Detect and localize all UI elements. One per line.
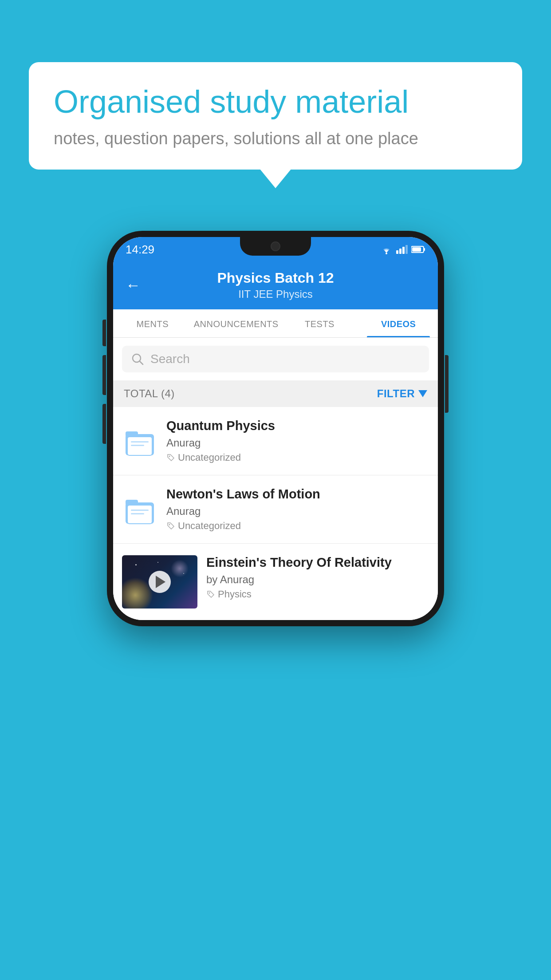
wifi-icon (380, 245, 393, 254)
video-item-tag-label-3: Physics (218, 589, 252, 600)
status-time: 14:29 (126, 243, 154, 257)
signal-bars-icon (396, 245, 408, 254)
orb-decoration-2 (171, 560, 189, 577)
header-title: Physics Batch 12 (150, 270, 401, 286)
video-item-tag-2: Uncategorized (166, 520, 429, 532)
speech-bubble: Organised study material notes, question… (29, 62, 522, 170)
video-item-info-3: Einstein's Theory Of Relativity by Anura… (206, 555, 429, 600)
speech-bubble-container: Organised study material notes, question… (29, 62, 522, 170)
phone-button-left3 (102, 404, 106, 444)
video-item-title-3: Einstein's Theory Of Relativity (206, 555, 429, 570)
video-item-tag-label-2: Uncategorized (178, 520, 241, 532)
phone-screen: 14:29 (113, 237, 438, 620)
tab-ments[interactable]: MENTS (113, 309, 192, 337)
video-list: Quantum Physics Anurag Uncategorized (113, 407, 438, 620)
svg-rect-2 (424, 248, 425, 251)
video-item-tag-label: Uncategorized (178, 452, 241, 463)
header-title-group: Physics Batch 12 IIT JEE Physics (150, 270, 401, 300)
total-count-label: TOTAL (4) (124, 387, 175, 400)
play-button[interactable] (149, 571, 171, 593)
video-item-title-2: Newton's Laws of Motion (166, 487, 429, 502)
svg-rect-10 (131, 445, 144, 446)
app-header: ← Physics Batch 12 IIT JEE Physics (113, 262, 438, 309)
svg-rect-13 (126, 500, 138, 505)
svg-rect-15 (131, 510, 149, 511)
phone-button-left1 (102, 320, 106, 346)
phone-notch (240, 237, 311, 256)
star (183, 573, 184, 574)
video-item-author-3: by Anurag (206, 573, 429, 586)
filter-icon (418, 390, 427, 397)
svg-point-18 (209, 593, 210, 594)
search-bar[interactable]: Search (122, 346, 429, 372)
tag-icon (166, 453, 175, 462)
tag-icon-3 (206, 590, 215, 599)
search-input-placeholder[interactable]: Search (150, 352, 190, 366)
svg-rect-7 (126, 431, 138, 437)
header-subtitle: IIT JEE Physics (150, 288, 401, 300)
battery-icon (411, 245, 425, 253)
tag-icon-2 (166, 522, 175, 530)
filter-bar: TOTAL (4) FILTER (113, 380, 438, 407)
video-item-author-2: Anurag (166, 505, 429, 518)
list-item[interactable]: Einstein's Theory Of Relativity by Anura… (113, 544, 438, 620)
svg-point-17 (169, 524, 170, 526)
filter-label: FILTER (377, 387, 415, 400)
list-item[interactable]: Quantum Physics Anurag Uncategorized (113, 407, 438, 475)
phone-button-left2 (102, 355, 106, 395)
svg-rect-3 (412, 247, 421, 252)
folder-icon (125, 425, 155, 457)
tab-announcements[interactable]: ANNOUNCEMENTS (192, 309, 280, 337)
video-item-title: Quantum Physics (166, 419, 429, 433)
status-icons (380, 245, 425, 254)
back-button[interactable]: ← (126, 277, 141, 294)
folder-icon-2 (125, 494, 155, 526)
svg-rect-16 (131, 513, 144, 514)
tab-videos[interactable]: VIDEOS (359, 309, 438, 337)
star (157, 562, 158, 563)
star (135, 564, 137, 565)
svg-point-11 (169, 456, 170, 457)
search-bar-container: Search (113, 338, 438, 380)
phone-button-right (445, 355, 449, 413)
video-item-tag-3: Physics (206, 589, 429, 600)
svg-rect-9 (131, 441, 149, 443)
video-thumbnail (122, 555, 197, 609)
video-item-info: Quantum Physics Anurag Uncategorized (166, 419, 429, 463)
tabs-container: MENTS ANNOUNCEMENTS TESTS VIDEOS (113, 309, 438, 338)
phone: 14:29 (107, 231, 444, 626)
svg-line-5 (140, 361, 143, 364)
video-item-info-2: Newton's Laws of Motion Anurag Uncategor… (166, 487, 429, 532)
tab-tests[interactable]: TESTS (280, 309, 359, 337)
video-folder-icon-2 (122, 492, 157, 527)
play-icon (156, 576, 165, 588)
search-icon (131, 352, 144, 366)
list-item[interactable]: Newton's Laws of Motion Anurag Uncategor… (113, 475, 438, 544)
bubble-subtitle: notes, question papers, solutions all at… (54, 129, 497, 148)
bubble-title: Organised study material (54, 83, 497, 120)
video-item-author: Anurag (166, 437, 429, 449)
video-item-tag: Uncategorized (166, 452, 429, 463)
phone-wrapper: 14:29 (107, 231, 444, 626)
phone-camera (271, 241, 280, 251)
svg-point-0 (386, 253, 387, 254)
video-folder-icon (122, 423, 157, 459)
filter-button[interactable]: FILTER (377, 387, 427, 400)
